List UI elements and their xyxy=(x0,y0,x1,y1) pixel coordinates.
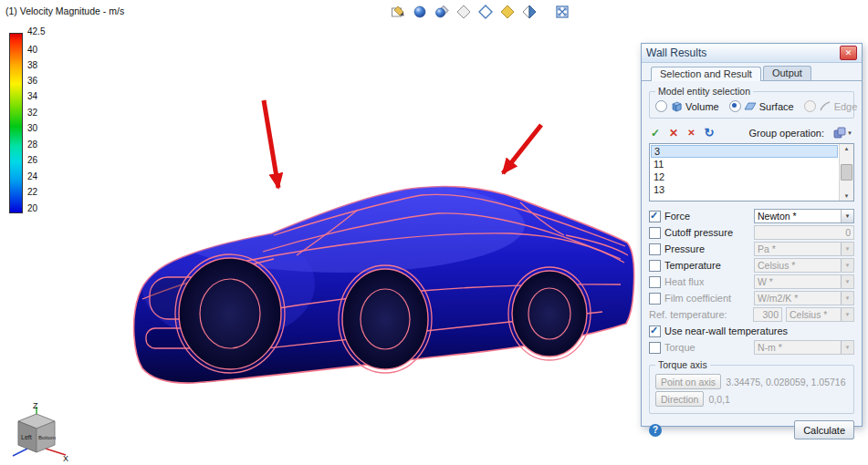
view-toolbar xyxy=(389,3,571,21)
half-shaded-diamond-icon[interactable] xyxy=(520,3,539,21)
legend-tick: 38 xyxy=(27,61,37,70)
list-scrollbar[interactable]: ▲ ▼ xyxy=(839,144,853,201)
car-middle-wheel[interactable] xyxy=(339,265,432,373)
force-row: Force Newton * ▼ xyxy=(649,208,854,224)
chevron-down-icon[interactable]: ▼ xyxy=(841,308,853,321)
cube-bottom-label: Bottom xyxy=(38,435,56,440)
scrollbar-thumb[interactable] xyxy=(841,164,852,181)
edit-appearance-icon[interactable] xyxy=(389,3,407,21)
ref-temperature-row: Ref. temperature: 300 Celsius * ▼ xyxy=(649,306,854,323)
temperature-unit-select[interactable]: Celsius * ▼ xyxy=(754,258,854,273)
help-icon[interactable]: ? xyxy=(649,424,662,437)
group-operation-caret-icon: ▼ xyxy=(847,130,852,136)
temperature-row: Temperature Celsius * ▼ xyxy=(649,257,854,274)
chevron-down-icon[interactable]: ▼ xyxy=(841,210,853,222)
list-item[interactable]: 11 xyxy=(651,158,838,170)
legend-title: (1) Velocity Magnitude - m/s xyxy=(5,5,124,16)
legend-tick: 42.5 xyxy=(27,27,45,36)
arrow-rear xyxy=(503,125,541,173)
legend-tick: 40 xyxy=(27,46,37,55)
ref-temperature-field[interactable]: 300 xyxy=(753,307,782,322)
force-checkbox[interactable] xyxy=(649,211,661,222)
direction-button[interactable]: Direction xyxy=(655,391,704,407)
force-unit-value: Newton * xyxy=(755,210,841,222)
surface-radio[interactable] xyxy=(729,100,741,112)
dialog-titlebar[interactable]: Wall Results ✕ xyxy=(642,44,862,63)
scroll-up-icon[interactable]: ▲ xyxy=(844,145,850,152)
chevron-down-icon[interactable]: ▼ xyxy=(841,275,853,288)
heat-flux-checkbox[interactable] xyxy=(649,276,661,288)
tab-output[interactable]: Output xyxy=(763,66,811,80)
point-on-axis-button[interactable]: Point on axis xyxy=(655,374,721,389)
model-entity-selection-group: Model entity selection Volume Surface xyxy=(649,91,854,119)
cutoff-pressure-field[interactable]: 0 xyxy=(754,225,854,240)
group-operation-label: Group operation: xyxy=(748,128,824,139)
wall-results-dialog: Wall Results ✕ Selection and Result Outp… xyxy=(641,43,863,427)
remove-all-selection-icon[interactable]: ✕ xyxy=(687,128,695,139)
gray-diamond-icon[interactable] xyxy=(455,3,473,21)
cutoff-pressure-checkbox[interactable] xyxy=(649,227,661,239)
cutoff-pressure-label: Cutoff pressure xyxy=(664,227,750,238)
heat-flux-unit-value: W * xyxy=(755,275,841,288)
car-front-wheel[interactable] xyxy=(175,254,285,373)
film-coefficient-checkbox[interactable] xyxy=(649,293,661,305)
edge-radio[interactable] xyxy=(804,100,816,112)
outline-diamond-icon[interactable] xyxy=(476,3,495,21)
list-item[interactable]: 12 xyxy=(651,170,838,183)
torque-unit-value: N-m * xyxy=(755,341,841,354)
apply-selection-icon[interactable]: ✓ xyxy=(651,128,660,139)
temperature-checkbox[interactable] xyxy=(649,260,661,272)
refresh-selection-icon[interactable]: ↻ xyxy=(705,128,715,139)
near-wall-checkbox[interactable] xyxy=(649,326,661,337)
legend-tick: 20 xyxy=(27,204,37,213)
pressure-unit-select[interactable]: Pa * ▼ xyxy=(754,242,854,256)
group-operation-button[interactable]: ▼ xyxy=(833,127,852,139)
heat-flux-unit-select[interactable]: W * ▼ xyxy=(754,274,854,289)
direction-value: 0,0,1 xyxy=(708,394,729,405)
list-item-selected[interactable]: 3 xyxy=(651,145,838,158)
shaded-sphere-icon[interactable] xyxy=(411,3,429,21)
car-model[interactable] xyxy=(128,175,643,389)
heat-flux-label: Heat flux xyxy=(664,276,750,287)
ref-temperature-unit-select[interactable]: Celsius * ▼ xyxy=(786,307,854,322)
heat-flux-row: Heat flux W * ▼ xyxy=(649,274,854,290)
film-coefficient-unit-select[interactable]: W/m2/K * ▼ xyxy=(754,291,854,305)
near-wall-row: Use near-wall temperatures xyxy=(649,323,854,339)
list-item[interactable]: 13 xyxy=(651,183,838,196)
surface-label: Surface xyxy=(759,101,794,112)
volume-icon xyxy=(670,100,683,112)
calculate-button[interactable]: Calculate xyxy=(794,420,854,439)
chevron-down-icon[interactable]: ▼ xyxy=(841,243,853,255)
force-unit-select[interactable]: Newton * ▼ xyxy=(754,209,854,223)
pressure-checkbox[interactable] xyxy=(649,243,661,255)
close-icon[interactable]: ✕ xyxy=(840,46,857,60)
legend-colorbar: 42.5 40 38 36 34 32 30 28 26 24 22 20 xyxy=(9,27,73,219)
orientation-cube[interactable]: Left Bottom Z X xyxy=(5,401,71,461)
yellow-diamond-icon[interactable] xyxy=(498,3,517,21)
remove-selection-icon[interactable]: ✕ xyxy=(669,128,678,139)
scroll-down-icon[interactable]: ▼ xyxy=(844,192,850,200)
point-on-axis-value: 3.34475, 0.028059, 1.05716 xyxy=(726,377,845,388)
shaded-mesh-icon[interactable] xyxy=(433,3,451,21)
dialog-footer: ? Calculate xyxy=(649,420,854,439)
chevron-down-icon[interactable]: ▼ xyxy=(841,259,853,272)
torque-label: Torque xyxy=(664,342,750,353)
dialog-title: Wall Results xyxy=(646,46,706,59)
result-legend: (1) Velocity Magnitude - m/s 42.5 40 38 … xyxy=(5,5,124,16)
torque-axis-label: Torque axis xyxy=(655,359,710,370)
fit-view-icon[interactable] xyxy=(553,3,571,21)
force-label: Force xyxy=(664,211,750,222)
legend-tick: 30 xyxy=(27,124,37,133)
tab-selection-and-result[interactable]: Selection and Result xyxy=(651,67,761,81)
torque-checkbox[interactable] xyxy=(649,342,661,354)
surface-id-list[interactable]: 3 11 12 13 ▲ ▼ xyxy=(649,143,854,202)
edge-label: Edge xyxy=(834,101,858,112)
chevron-down-icon[interactable]: ▼ xyxy=(841,341,853,354)
volume-radio[interactable] xyxy=(655,100,667,112)
legend-tick: 34 xyxy=(27,92,37,101)
car-rear-wheel[interactable] xyxy=(508,267,591,360)
torque-unit-select[interactable]: N-m * ▼ xyxy=(754,340,854,355)
legend-tick: 22 xyxy=(27,188,37,197)
chevron-down-icon[interactable]: ▼ xyxy=(841,292,853,305)
selection-actions: ✓ ✕ ✕ ↻ Group operation: ▼ xyxy=(651,127,852,139)
